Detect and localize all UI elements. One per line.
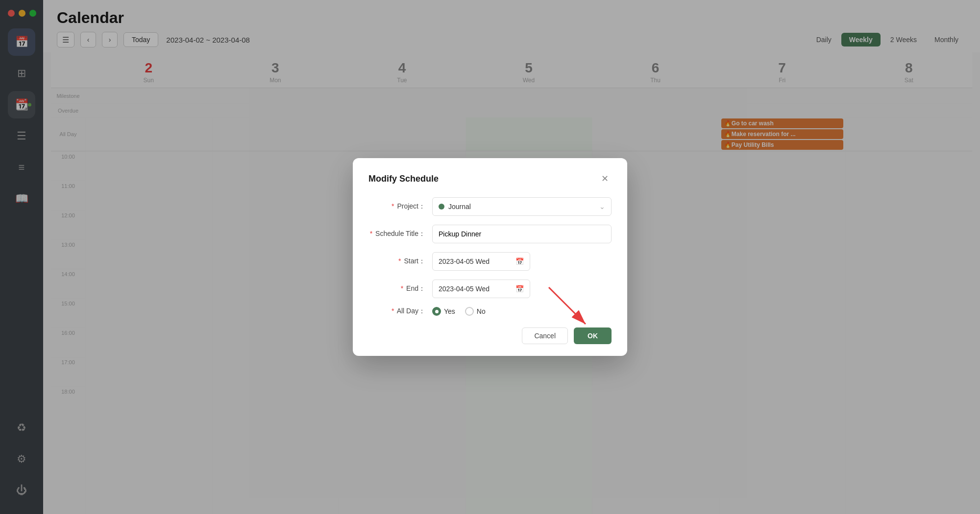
radio-yes-text: Yes	[444, 307, 455, 315]
chevron-down-icon: ⌄	[599, 203, 605, 210]
radio-no-label[interactable]: No	[465, 307, 486, 316]
radio-no-circle	[465, 307, 474, 316]
modal-overlay: Modify Schedule ✕ * Project： Journal ⌄ *…	[0, 0, 980, 514]
schedule-title-row: * Schedule Title：	[368, 225, 612, 243]
start-date-value: 2023-04-05 Wed	[439, 257, 490, 265]
modal-title: Modify Schedule	[368, 174, 439, 184]
start-label: * Start：	[368, 257, 432, 266]
end-label-text: End：	[406, 284, 425, 292]
schedule-title-label: * Schedule Title：	[368, 230, 432, 238]
end-row: * End： 2023-04-05 Wed 📅	[368, 280, 612, 298]
project-name: Journal	[448, 203, 471, 210]
project-color-dot	[439, 204, 444, 210]
end-label: * End：	[368, 284, 432, 293]
ok-button[interactable]: OK	[574, 327, 612, 344]
radio-no-text: No	[477, 307, 486, 315]
modal-close-button[interactable]: ✕	[598, 172, 612, 186]
required-star-start: *	[398, 257, 401, 265]
required-star-end: *	[401, 284, 403, 292]
end-calendar-icon: 📅	[515, 285, 524, 293]
start-label-text: Start：	[404, 257, 425, 265]
start-row: * Start： 2023-04-05 Wed 📅	[368, 252, 612, 271]
radio-group: Yes No	[432, 307, 486, 316]
allday-form-label: * All Day：	[368, 307, 432, 316]
required-star-project: *	[392, 202, 394, 210]
schedule-title-input[interactable]	[432, 225, 612, 243]
start-date-input[interactable]: 2023-04-05 Wed 📅	[432, 252, 530, 271]
project-row: * Project： Journal ⌄	[368, 197, 612, 216]
modal-footer: Cancel OK	[368, 327, 612, 344]
start-calendar-icon: 📅	[515, 257, 524, 265]
required-star-allday: *	[392, 307, 394, 315]
schedule-title-label-text: Schedule Title：	[375, 230, 425, 237]
allday-label-text: All Day：	[397, 307, 425, 315]
project-label: * Project：	[368, 202, 432, 211]
radio-yes-label[interactable]: Yes	[432, 307, 455, 316]
project-selector[interactable]: Journal ⌄	[432, 197, 612, 216]
end-date-input[interactable]: 2023-04-05 Wed 📅	[432, 280, 530, 298]
radio-yes-circle	[432, 307, 441, 316]
modal-header: Modify Schedule ✕	[368, 172, 612, 186]
end-date-value: 2023-04-05 Wed	[439, 285, 490, 293]
cancel-button[interactable]: Cancel	[522, 327, 568, 344]
project-label-text: Project：	[397, 202, 425, 210]
required-star-title: *	[370, 230, 372, 237]
allday-form-row: * All Day： Yes No	[368, 307, 612, 316]
modify-schedule-modal: Modify Schedule ✕ * Project： Journal ⌄ *…	[353, 158, 627, 356]
